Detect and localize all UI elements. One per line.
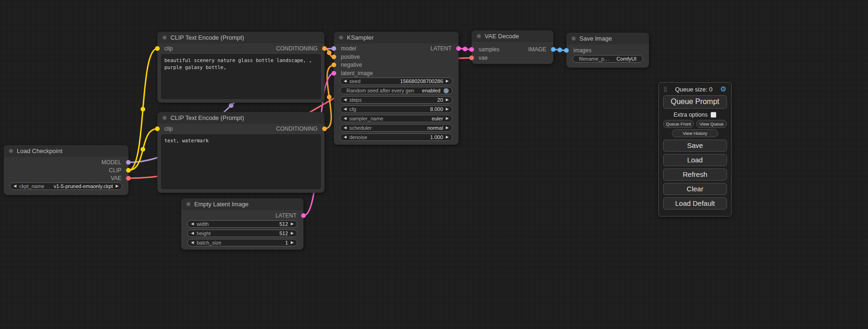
output-port-vae[interactable] bbox=[126, 176, 131, 181]
view-history-button[interactable]: View History bbox=[672, 129, 718, 137]
input-port-latent-image[interactable] bbox=[332, 71, 336, 76]
collapse-dot-icon[interactable] bbox=[477, 34, 481, 38]
input-port-clip[interactable] bbox=[155, 46, 160, 51]
output-label-conditioning: CONDITIONING bbox=[276, 45, 318, 52]
node-title-bar[interactable]: Save Image bbox=[566, 33, 649, 44]
save-button[interactable]: Save bbox=[663, 140, 727, 152]
node-empty-latent-image[interactable]: Empty Latent Image LATENT ◀ width 512 ▶ … bbox=[181, 198, 303, 250]
queue-prompt-button[interactable]: Queue Prompt bbox=[663, 95, 727, 109]
collapse-dot-icon[interactable] bbox=[572, 36, 576, 41]
positive-prompt-textarea[interactable]: beautiful scenery nature glass bottle la… bbox=[161, 54, 321, 99]
increment-arrow-icon[interactable]: ▶ bbox=[291, 222, 294, 226]
decrement-arrow-icon[interactable]: ◀ bbox=[344, 107, 346, 111]
decrement-arrow-icon[interactable]: ◀ bbox=[344, 135, 346, 139]
collapse-dot-icon[interactable] bbox=[9, 149, 13, 153]
increment-arrow-icon[interactable]: ▶ bbox=[116, 184, 119, 188]
widget-label: width bbox=[197, 221, 274, 227]
decrement-arrow-icon[interactable]: ◀ bbox=[344, 98, 346, 102]
widget-value: 8.000 bbox=[430, 106, 443, 112]
queue-front-button[interactable]: Queue Front bbox=[663, 120, 694, 128]
input-port-positive[interactable] bbox=[332, 55, 336, 59]
node-title-bar[interactable]: VAE Decode bbox=[472, 30, 553, 42]
widget-cfg[interactable]: ◀ cfg 8.000 ▶ bbox=[340, 105, 452, 113]
drag-handle-icon[interactable]: ⣿ bbox=[663, 86, 667, 92]
wire-midpoint-dot bbox=[229, 103, 233, 108]
increment-arrow-icon[interactable]: ▶ bbox=[446, 135, 449, 139]
decrement-arrow-icon[interactable]: ◀ bbox=[191, 222, 194, 226]
input-port-images[interactable] bbox=[564, 48, 569, 53]
output-port-clip[interactable] bbox=[126, 168, 131, 173]
widget-value: v1-5-pruned-emaonly.ckpt bbox=[54, 183, 113, 189]
input-port-model[interactable] bbox=[332, 46, 336, 51]
widget-sampler-name[interactable]: ◀ sampler_name euler ▶ bbox=[340, 115, 452, 122]
increment-arrow-icon[interactable]: ▶ bbox=[446, 126, 449, 130]
increment-arrow-icon[interactable]: ▶ bbox=[291, 241, 294, 245]
wire-midpoint-dot bbox=[327, 95, 332, 99]
output-label-model: MODEL bbox=[101, 159, 121, 166]
collapse-dot-icon[interactable] bbox=[186, 202, 191, 206]
node-clip-text-encode-negative[interactable]: CLIP Text Encode (Prompt) clip CONDITION… bbox=[157, 112, 325, 193]
output-label-conditioning: CONDITIONING bbox=[276, 126, 318, 132]
input-port-clip[interactable] bbox=[155, 126, 160, 131]
node-title-bar[interactable]: CLIP Text Encode (Prompt) bbox=[157, 32, 325, 43]
increment-arrow-icon[interactable]: ▶ bbox=[291, 231, 294, 235]
output-port-image[interactable] bbox=[551, 47, 556, 52]
decrement-arrow-icon[interactable]: ◀ bbox=[344, 117, 346, 120]
widget-random-seed-toggle[interactable]: Random seed after every gen enabled bbox=[340, 87, 452, 94]
clear-button[interactable]: Clear bbox=[663, 183, 727, 195]
output-port-model[interactable] bbox=[126, 160, 131, 165]
input-port-vae[interactable] bbox=[469, 56, 474, 60]
refresh-button[interactable]: Refresh bbox=[663, 168, 727, 181]
collapse-dot-icon[interactable] bbox=[162, 35, 167, 40]
decrement-arrow-icon[interactable]: ◀ bbox=[344, 126, 346, 130]
node-save-image[interactable]: Save Image images filename_prefix ComfyU… bbox=[566, 33, 649, 68]
increment-arrow-icon[interactable]: ▶ bbox=[446, 107, 449, 111]
decrement-arrow-icon[interactable]: ◀ bbox=[344, 79, 346, 83]
output-port-latent[interactable] bbox=[456, 46, 461, 51]
output-port-conditioning[interactable] bbox=[322, 46, 327, 51]
node-clip-text-encode-positive[interactable]: CLIP Text Encode (Prompt) clip CONDITION… bbox=[157, 32, 325, 103]
increment-arrow-icon[interactable]: ▶ bbox=[446, 79, 449, 83]
load-button[interactable]: Load bbox=[663, 154, 727, 166]
widget-batch-size[interactable]: ◀ batch_size 1 ▶ bbox=[187, 239, 297, 246]
widget-label: steps bbox=[349, 97, 431, 103]
widget-value: ComfyUI bbox=[616, 56, 636, 62]
widget-scheduler[interactable]: ◀ scheduler normal ▶ bbox=[340, 124, 452, 132]
node-load-checkpoint[interactable]: Load Checkpoint MODEL CLIP VAE ◀ ckpt_na… bbox=[4, 145, 128, 195]
input-port-negative[interactable] bbox=[332, 63, 336, 67]
widget-filename-prefix[interactable]: filename_prefix ComfyUI bbox=[572, 55, 643, 63]
decrement-arrow-icon[interactable]: ◀ bbox=[191, 241, 194, 245]
toggle-knob-icon[interactable] bbox=[444, 88, 449, 93]
negative-prompt-textarea[interactable]: text, watermark bbox=[161, 134, 321, 189]
widget-value: 156680208700286 bbox=[400, 78, 443, 84]
collapse-dot-icon[interactable] bbox=[162, 116, 167, 120]
decrement-arrow-icon[interactable]: ◀ bbox=[14, 184, 16, 188]
load-default-button[interactable]: Load Default bbox=[663, 197, 727, 210]
output-port-conditioning[interactable] bbox=[322, 126, 327, 131]
extra-options-checkbox[interactable] bbox=[711, 112, 716, 118]
node-title-bar[interactable]: Load Checkpoint bbox=[4, 145, 128, 157]
widget-ckpt-name[interactable]: ◀ ckpt_name v1-5-pruned-emaonly.ckpt ▶ bbox=[10, 182, 122, 190]
increment-arrow-icon[interactable]: ▶ bbox=[446, 98, 449, 102]
comfyui-canvas[interactable]: Load Checkpoint MODEL CLIP VAE ◀ ckpt_na… bbox=[0, 0, 868, 329]
node-ksampler[interactable]: KSampler model positive negative latent_… bbox=[334, 32, 459, 145]
queue-menu-panel[interactable]: ⣿ Queue size: 0 ⚙ Queue Prompt Extra opt… bbox=[658, 82, 732, 217]
input-label-vae: vae bbox=[479, 55, 487, 61]
node-vae-decode[interactable]: VAE Decode samples vae IMAGE bbox=[472, 30, 553, 64]
decrement-arrow-icon[interactable]: ◀ bbox=[191, 231, 194, 235]
settings-gear-icon[interactable]: ⚙ bbox=[720, 86, 727, 93]
widget-steps[interactable]: ◀ steps 20 ▶ bbox=[340, 96, 452, 104]
output-port-latent[interactable] bbox=[301, 213, 306, 218]
widget-width[interactable]: ◀ width 512 ▶ bbox=[187, 220, 297, 228]
input-port-samples[interactable] bbox=[469, 47, 474, 52]
widget-height[interactable]: ◀ height 512 ▶ bbox=[187, 230, 297, 237]
increment-arrow-icon[interactable]: ▶ bbox=[446, 117, 449, 120]
view-queue-button[interactable]: View Queue bbox=[696, 120, 727, 128]
node-title-bar[interactable]: CLIP Text Encode (Prompt) bbox=[157, 112, 325, 124]
widget-denoise[interactable]: ◀ denoise 1.000 ▶ bbox=[340, 133, 452, 141]
node-title-bar[interactable]: KSampler bbox=[334, 32, 459, 43]
collapse-dot-icon[interactable] bbox=[339, 35, 343, 40]
widget-seed[interactable]: ◀ seed 156680208700286 ▶ bbox=[340, 77, 452, 85]
node-title-bar[interactable]: Empty Latent Image bbox=[181, 198, 303, 210]
output-label-latent: LATENT bbox=[275, 212, 296, 219]
